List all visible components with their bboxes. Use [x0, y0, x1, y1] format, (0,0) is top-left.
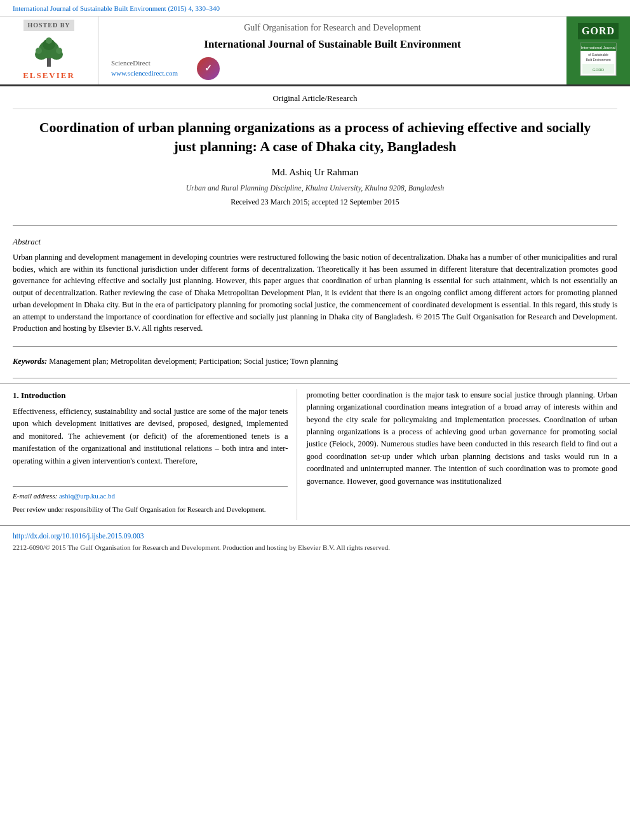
abstract-text: Urban planning and development managemen…	[13, 251, 617, 335]
bottom-footer: http://dx.doi.org/10.1016/j.ijsbe.2015.0…	[0, 525, 630, 552]
org-name: Gulf Organisation for Research and Devel…	[111, 22, 554, 34]
article-type-text: Original Article/Research	[272, 93, 357, 103]
introduction-heading: 1. Introduction	[13, 389, 288, 402]
svg-text:Built Environment: Built Environment	[586, 58, 611, 62]
svg-rect-0	[47, 57, 51, 67]
sciencedirect-label: ScienceDirect	[111, 58, 178, 68]
footnote-email: E-mail address: ashiq@urp.ku.ac.bd	[13, 491, 288, 502]
article-type-line: Original Article/Research	[13, 86, 617, 109]
svg-text:GORD: GORD	[593, 68, 605, 72]
journal-center-info: Gulf Organisation for Research and Devel…	[98, 17, 566, 84]
crossmark-symbol: ✓	[204, 62, 212, 75]
keywords-label: Keywords:	[13, 357, 47, 366]
gord-logo: GORD	[578, 23, 619, 39]
title-divider	[13, 225, 617, 226]
keywords-text: Keywords: Management plan; Metropolitan …	[13, 356, 617, 368]
journal-full-name: International Journal of Sustainable Bui…	[111, 37, 554, 52]
elsevier-section: HOSTED BY ELSEVIER	[0, 17, 98, 84]
svg-point-5	[36, 48, 42, 54]
intro-left-para: Effectiveness, efficiency, sustainabilit…	[13, 406, 288, 467]
elsevier-text: ELSEVIER	[23, 70, 75, 81]
journal-banner: HOSTED BY ELSEVIER Gulf Organisation for…	[0, 17, 630, 86]
abstract-divider	[13, 346, 617, 347]
crossmark-icon: ✓	[197, 57, 220, 80]
science-direct-row: ScienceDirect www.sciencedirect.com ✓	[111, 57, 554, 80]
svg-point-7	[46, 37, 52, 44]
email-label: E-mail address:	[13, 492, 57, 500]
article-title: Coordination of urban planning organizat…	[38, 118, 592, 157]
keywords-values: Management plan; Metropolitan developmen…	[49, 357, 338, 366]
journal-reference-text: International Journal of Sustainable Bui…	[13, 4, 220, 12]
title-section: Coordination of urban planning organizat…	[0, 109, 630, 220]
sciencedirect-block: ScienceDirect www.sciencedirect.com	[111, 58, 178, 78]
introduction-right-col: promoting better coordination is the maj…	[297, 389, 617, 520]
elsevier-logo	[30, 37, 68, 69]
introduction-left-col: 1. Introduction Effectiveness, efficienc…	[13, 389, 297, 520]
keywords-section: Keywords: Management plan; Metropolitan …	[0, 352, 630, 373]
intro-left-para-text: Effectiveness, efficiency, sustainabilit…	[13, 407, 288, 465]
journal-reference-line: International Journal of Sustainable Bui…	[0, 0, 630, 17]
doi-link[interactable]: http://dx.doi.org/10.1016/j.ijsbe.2015.0…	[13, 531, 617, 541]
author-affiliation: Urban and Rural Planning Discipline, Khu…	[38, 183, 592, 194]
hosted-by-label: HOSTED BY	[23, 20, 74, 31]
footnote-peer-review: Peer review under responsibility of The …	[13, 504, 288, 515]
gord-section: GORD International Journal of Sustainabl…	[566, 17, 630, 84]
abstract-label: Abstract	[13, 236, 617, 248]
footer-copyright: 2212-6090/© 2015 The Gulf Organisation f…	[13, 543, 617, 552]
author-name: Md. Ashiq Ur Rahman	[38, 166, 592, 179]
elsevier-tree-icon	[30, 37, 68, 69]
intro-right-para-text: promoting better coordination is the maj…	[306, 390, 617, 486]
two-column-section: 1. Introduction Effectiveness, efficienc…	[0, 383, 630, 520]
svg-point-6	[56, 48, 62, 54]
gord-journal-small-logo: International Journal of Sustainable Bui…	[579, 42, 617, 79]
svg-text:International Journal: International Journal	[581, 46, 615, 50]
footnote-area: E-mail address: ashiq@urp.ku.ac.bd Peer …	[13, 486, 288, 515]
sciencedirect-url[interactable]: www.sciencedirect.com	[111, 69, 178, 78]
keywords-divider	[13, 378, 617, 378]
email-address[interactable]: ashiq@urp.ku.ac.bd	[59, 492, 115, 500]
abstract-section: Abstract Urban planning and development …	[0, 231, 630, 341]
intro-right-para: promoting better coordination is the maj…	[306, 389, 617, 488]
received-date: Received 23 March 2015; accepted 12 Sept…	[38, 197, 592, 208]
svg-text:of Sustainable: of Sustainable	[588, 53, 608, 57]
